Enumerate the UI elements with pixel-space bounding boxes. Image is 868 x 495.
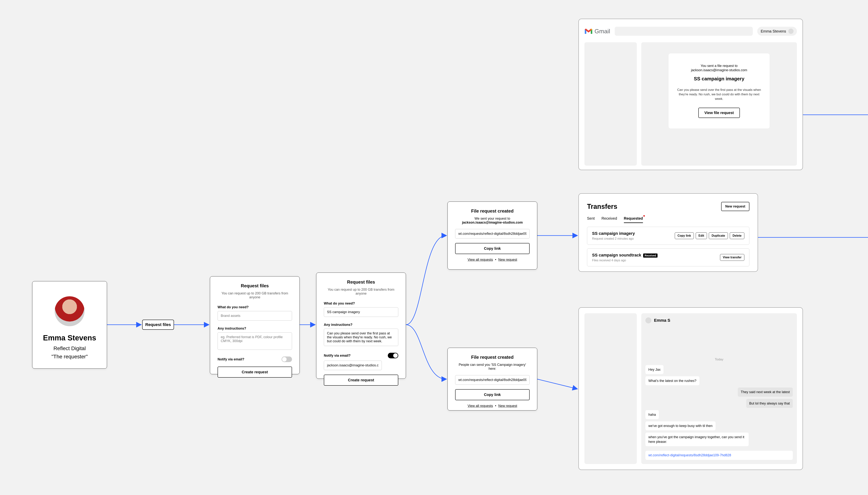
chat-main: Emma S Today Hey JaxWhat's the latest on… (641, 313, 797, 464)
what-need-label: What do you need? (324, 302, 398, 305)
message-received: Hey Jax (646, 365, 664, 374)
create-request-button[interactable]: Create request (218, 366, 292, 378)
message-received: haha (646, 410, 659, 419)
persona-role: "The requester" (51, 354, 88, 360)
file-request-created-email: File request created We sent your reques… (448, 202, 537, 270)
avatar (55, 296, 85, 326)
chat-contact-name: Emma S (654, 318, 670, 323)
transfer-name: SS campaign imagery (592, 231, 635, 236)
instructions-label: Any instructions? (324, 323, 398, 327)
transfer-meta: Request created 2 minutes ago (592, 237, 635, 240)
new-request-link[interactable]: New request (498, 404, 517, 408)
copy-link-button[interactable]: Copy link (455, 389, 530, 400)
chat-window: Emma S Today Hey JaxWhat's the latest on… (579, 307, 803, 470)
delete-button[interactable]: Delete (730, 232, 744, 239)
avatar-icon (646, 318, 651, 323)
transfers-title: Transfers (587, 203, 617, 210)
instructions-label: Any instructions? (218, 327, 292, 330)
request-files-button[interactable]: Request files (142, 320, 174, 330)
transfer-row: SS campaign imageryRequest created 2 min… (587, 227, 749, 245)
instructions-textarea[interactable] (218, 332, 292, 350)
edit-button[interactable]: Edit (696, 232, 707, 239)
request-url-input[interactable] (455, 375, 530, 385)
confirm-email: jackson.isaacs@imagine-studios.com (462, 221, 523, 224)
request-files-modal-filled: Request files You can request up to 200 … (316, 273, 406, 379)
gmail-sidebar[interactable] (584, 42, 637, 166)
transfer-meta: Files received 4 days ago (592, 259, 657, 262)
duplicate-button[interactable]: Duplicate (709, 232, 728, 239)
new-request-link[interactable]: New request (498, 258, 517, 261)
avatar-icon (788, 29, 794, 34)
chat-sidebar[interactable] (584, 313, 637, 464)
confirm-title: File request created (455, 355, 530, 360)
confirm-subtitle: We sent your request to (474, 217, 510, 220)
copy-link-button[interactable]: Copy link (675, 232, 694, 239)
email-recipient: jackson.isaacs@imagine-studios.com (676, 68, 762, 72)
notify-email-input[interactable] (324, 361, 382, 370)
persona-name: Emma Stevens (43, 334, 96, 342)
view-transfer-button[interactable]: View transfer (720, 254, 744, 261)
confirm-title: File request created (455, 208, 530, 214)
copy-link-button[interactable]: Copy link (455, 243, 530, 254)
modal-subtitle: You can request up to 200 GB transfers f… (218, 291, 292, 299)
gmail-window: Gmail Emma Stevens You sent a file reque… (579, 19, 803, 170)
view-all-requests-link[interactable]: View all requests (467, 258, 493, 261)
view-all-requests-link[interactable]: View all requests (467, 404, 493, 408)
gmail-brand-text: Gmail (595, 28, 610, 35)
confirm-subtitle: People can send you 'SS Campaign imagery… (455, 363, 530, 371)
gmail-account-chip[interactable]: Emma Stevens (757, 27, 797, 36)
email-line1: You sent a file request to (676, 64, 762, 68)
message-received: What's the latest on the rushes? (646, 376, 699, 385)
gmail-user-name: Emma Stevens (761, 29, 786, 33)
notify-email-label: Notify via email? (324, 354, 351, 358)
new-request-button[interactable]: New request (721, 202, 749, 211)
tab-requested-label: Requested (624, 216, 643, 220)
file-request-created-link: File request created People can send you… (448, 348, 537, 410)
what-need-input[interactable] (324, 307, 398, 317)
modal-subtitle: You can request up to 200 GB transfers f… (324, 288, 398, 295)
email-body: Can you please send over the first pass … (676, 88, 762, 101)
tab-sent[interactable]: Sent (587, 216, 595, 223)
chat-input[interactable]: wt.com/reflect-digital/requests/8sdh28dd… (646, 451, 793, 460)
email-subject: SS campaign imagery (676, 76, 762, 82)
message-received: when you've got the campaign imagery tog… (646, 432, 749, 446)
message-received: we've got enough to keep busy with til t… (646, 421, 716, 430)
view-file-request-button[interactable]: View file request (698, 108, 740, 118)
separator: • (495, 404, 496, 408)
persona-card: Emma Stevens Reflect Digital "The reques… (32, 281, 107, 369)
chat-date-divider: Today (646, 358, 793, 361)
tab-requested[interactable]: Requested (624, 216, 643, 223)
notification-dot-icon (643, 215, 645, 217)
email-notification-card: You sent a file request to jackson.isaac… (669, 53, 770, 129)
what-need-label: What do you need? (218, 305, 292, 309)
transfer-row: SS campaign soundtrackReceivedFiles rece… (587, 249, 749, 267)
instructions-textarea[interactable]: Can you please send over the first pass … (324, 329, 398, 346)
transfer-name: SS campaign soundtrackReceived (592, 253, 657, 258)
modal-title: Request files (324, 279, 398, 285)
request-files-modal-empty: Request files You can request up to 200 … (210, 276, 300, 374)
gmail-logo: Gmail (584, 28, 610, 35)
notify-email-label: Notify via email? (218, 357, 244, 361)
tab-received[interactable]: Received (601, 216, 617, 223)
notify-email-toggle[interactable] (282, 357, 292, 362)
separator: • (495, 258, 496, 261)
gmail-icon (584, 28, 592, 34)
gmail-main: You sent a file request to jackson.isaac… (641, 42, 797, 166)
received-badge: Received (643, 254, 657, 258)
create-request-button[interactable]: Create request (324, 375, 398, 386)
persona-team: Reflect Digital (53, 345, 86, 352)
message-sent: But lol they always say that (746, 399, 793, 408)
notify-email-toggle[interactable] (388, 353, 398, 358)
what-need-input[interactable] (218, 311, 292, 321)
transfers-page: Transfers New request Sent Received Requ… (579, 193, 758, 272)
gmail-search[interactable] (615, 27, 753, 36)
request-url-input[interactable] (455, 229, 530, 239)
message-sent: They said next week at the latest (738, 388, 793, 396)
modal-title: Request files (218, 283, 292, 288)
